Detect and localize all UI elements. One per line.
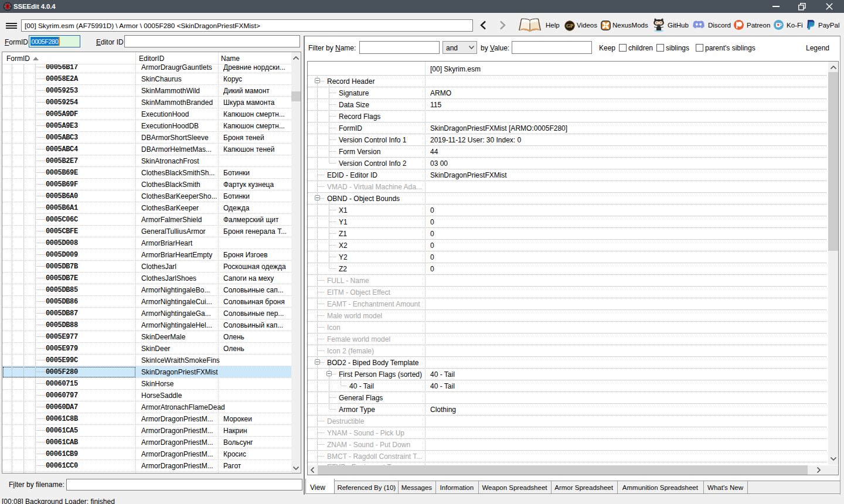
svg-text:GP: GP [566,23,573,29]
